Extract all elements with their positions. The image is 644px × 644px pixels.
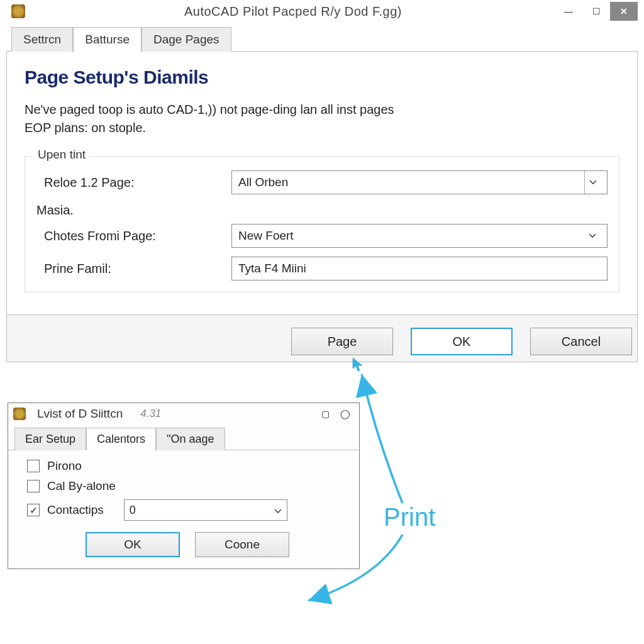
prine-famil-value: Tyta F4 Miini (238, 262, 306, 275)
chevron-down-icon (274, 504, 282, 517)
contactips-checkbox[interactable]: ✓ (27, 504, 40, 516)
tab-calentors[interactable]: Calentors (86, 428, 156, 450)
titlebar: Lvist of D Siittcn 4.31 ▢ ◯ (8, 403, 359, 425)
window-title: Lvist of D Siittcn (37, 407, 123, 421)
list-dialog: Lvist of D Siittcn 4.31 ▢ ◯ Ear Setup Ca… (8, 402, 360, 569)
chotes-fromi-row: Chotes Fromi Page: New Foert (36, 224, 608, 248)
body-text: Ne've paged toop is auto CAD-1,)) not pa… (25, 101, 619, 137)
cancel-button[interactable]: Cancel (530, 328, 632, 355)
maximize-button[interactable]: ☐ (582, 2, 610, 21)
prine-famil-label: Prine Famil: (36, 262, 231, 276)
tab-ear-setup[interactable]: Ear Setup (14, 428, 86, 450)
close-button[interactable]: ✕ (610, 2, 638, 21)
group-legend: Upen tint (34, 148, 89, 162)
tab-batturse[interactable]: Batturse (73, 27, 142, 52)
version-label: 4.31 (140, 408, 161, 420)
section-title: Page Setup's Diamils (25, 67, 619, 88)
chevron-down-icon (584, 171, 601, 194)
close-icon[interactable]: ◯ (338, 409, 353, 419)
tab-content: Pirono Cal By-alone ✓ Contactips 0 OK Co… (8, 450, 359, 569)
tab-content: Page Setup's Diamils Ne've paged toop is… (6, 51, 638, 315)
chotes-fromi-label: Chotes Fromi Page: (36, 229, 231, 243)
pirono-checkbox[interactable] (27, 460, 40, 472)
app-icon (11, 4, 25, 18)
masia-label: Masia. (36, 203, 608, 218)
chotes-fromi-select[interactable]: New Foert (231, 224, 608, 248)
contactips-row: ✓ Contactips 0 (27, 499, 348, 521)
page-setup-dialog: AutoCAD Pilot Pacped R/y Dod F.gg) — ☐ ✕… (6, 0, 638, 362)
upen-tint-group: Upen tint Reloe 1.2 Page: All Orben Masi… (25, 156, 619, 292)
body-text-line1: Ne've paged toop is auto CAD-1,)) not pa… (25, 103, 394, 116)
contactips-select[interactable]: 0 (124, 499, 287, 521)
ok-button[interactable]: OK (411, 328, 513, 355)
contactips-label: Contactips (47, 503, 104, 517)
tab-dage-pages[interactable]: Dage Pages (142, 27, 231, 52)
contactips-select-value: 0 (130, 504, 274, 517)
app-icon (13, 408, 26, 420)
dialog-buttons: Page OK Cancel (6, 315, 638, 362)
maximize-icon[interactable]: ▢ (318, 409, 333, 419)
pirono-label: Pirono (47, 459, 82, 473)
coone-button[interactable]: Coone (195, 532, 289, 557)
prine-famil-row: Prine Famil: Tyta F4 Miini (36, 257, 608, 280)
cursor-icon (352, 357, 364, 372)
body-text-line2: EOP plans: on stople. (25, 121, 146, 135)
tab-settrcn[interactable]: Settrcn (11, 27, 73, 52)
pirono-row: Pirono (27, 459, 348, 473)
chevron-down-icon (584, 225, 601, 247)
cal-by-alone-row: Cal By-alone (27, 479, 348, 493)
tabstrip: Ear Setup Calentors "On aage (8, 427, 359, 450)
print-annotation-label: Print (384, 503, 435, 531)
tabstrip: Settrcn Batturse Dage Pages (6, 26, 638, 51)
window-title: AutoCAD Pilot Pacped R/y Dod F.gg) (31, 4, 555, 19)
titlebar: AutoCAD Pilot Pacped R/y Dod F.gg) — ☐ ✕ (6, 0, 638, 23)
reloe-page-row: Reloe 1.2 Page: All Orben (36, 170, 608, 194)
tab-on-aage[interactable]: "On aage (156, 428, 225, 450)
cal-by-alone-label: Cal By-alone (47, 479, 116, 493)
window-controls: — ☐ ✕ (555, 2, 638, 21)
chotes-fromi-value: New Foert (238, 229, 584, 243)
cal-by-alone-checkbox[interactable] (27, 480, 40, 492)
dialog-buttons: OK Coone (27, 532, 348, 557)
reloe-page-value: All Orben (238, 175, 584, 189)
reloe-page-select[interactable]: All Orben (231, 170, 608, 194)
ok-button[interactable]: OK (86, 532, 180, 557)
prine-famil-input[interactable]: Tyta F4 Miini (231, 257, 608, 280)
reloe-page-label: Reloe 1.2 Page: (36, 175, 231, 190)
minimize-button[interactable]: — (555, 2, 582, 21)
page-button[interactable]: Page (291, 328, 393, 355)
